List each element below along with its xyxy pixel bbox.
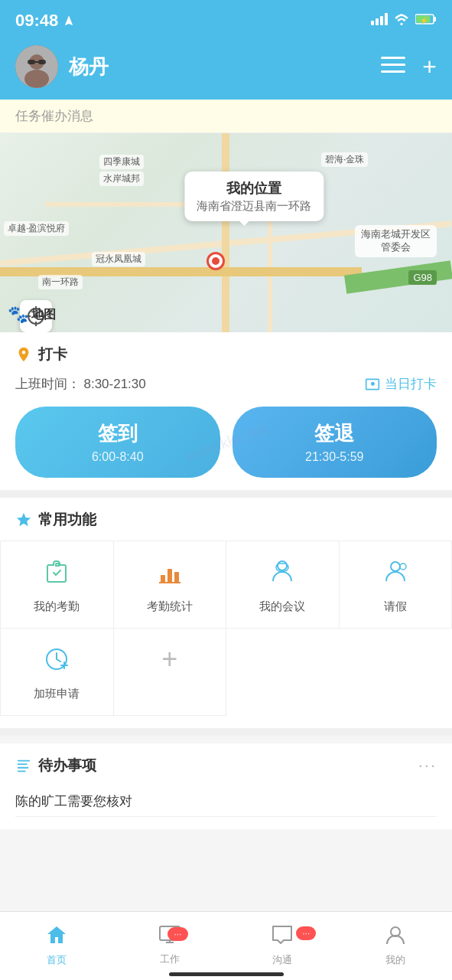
map-area[interactable]: G98 四季康城 水岸城邦 冠永凤凰城 南一环路 碧海·金珠 卓越·盈滨悦府 海… [0,133,452,332]
sign-out-button[interactable]: 签退 21:30-5:59 [233,407,437,478]
work-time: 上班时间： 8:30-21:30 [15,375,146,393]
sign-in-time: 6:00-8:40 [92,450,144,464]
baidu-logo: 🐾 地图 [8,305,56,325]
chat-badge: ··· [296,926,316,940]
features-title: 常用功能 [0,510,452,541]
home-indicator [169,972,284,976]
features-section: 常用功能 我的考勤 考勤统计 [0,498,452,728]
location-title: 我的位置 [197,179,311,198]
feature-attendance[interactable]: 我的考勤 [1,541,114,629]
work-time-label: 上班时间： [15,377,80,391]
person-meeting-icon [268,558,296,586]
add-more-icon: + [161,645,177,673]
feature-add[interactable]: + [114,629,227,716]
map-background: G98 四季康城 水岸城邦 冠永凤凰城 南一环路 碧海·金珠 卓越·盈滨悦府 海… [0,133,452,332]
star-icon [15,511,32,528]
sign-in-button[interactable]: 签到 6:00-8:40 [15,407,220,478]
status-icons: ⚡ [371,13,437,28]
svg-point-31 [391,562,400,571]
place-label-1: 四季康城 [99,155,144,169]
svg-point-4 [400,23,402,25]
home-icon [46,925,67,950]
notice-text: 任务催办消息 [15,109,93,123]
divider-1 [0,490,452,498]
svg-rect-26 [167,569,172,583]
app-header: 杨丹 + [0,41,452,100]
wifi-icon [394,13,409,28]
map-road-4 [222,133,229,332]
home-icon-svg [46,925,67,945]
svg-rect-1 [376,18,379,25]
overtime-icon [43,645,70,679]
signal-bars-icon [371,13,388,25]
feature-meeting[interactable]: 我的会议 [226,541,340,629]
menu-icon[interactable] [381,54,405,79]
features-title-text: 常用功能 [38,510,96,530]
svg-rect-2 [380,16,383,25]
person-icon-svg [385,925,405,945]
divider-2 [0,728,452,736]
svg-rect-27 [174,572,179,583]
location-pin [206,252,225,270]
svg-rect-7 [434,17,436,21]
svg-point-11 [24,70,49,88]
nav-work[interactable]: ··· 工作 [113,926,226,966]
list-icon [15,757,32,774]
notice-banner[interactable]: 任务催办消息 [0,100,452,133]
hand-icon [43,558,70,586]
nav-home-label: 首页 [47,953,67,967]
nav-mine[interactable]: 我的 [339,925,452,967]
status-time: 09:48 [15,11,75,31]
todo-more-button[interactable]: ··· [418,756,437,776]
feature-overtime[interactable]: 加班申请 [1,629,114,716]
svg-point-29 [278,561,287,570]
today-punch[interactable]: 当日打卡 [365,375,437,393]
today-punch-text: 当日打卡 [385,375,437,393]
punch-buttons: www.kkx.net 签到 6:00-8:40 签退 21:30-5:59 [15,407,437,478]
nav-home[interactable]: 首页 [0,925,113,967]
todo-item-0[interactable]: 陈的旷工需要您核对 [15,786,437,817]
add-icon[interactable]: + [422,53,437,81]
work-time-value: 8:30-21:30 [83,377,145,391]
bottom-spacer [0,829,452,906]
svg-rect-3 [385,13,388,25]
svg-rect-37 [18,763,28,765]
svg-rect-39 [18,770,26,772]
avatar[interactable] [15,45,58,88]
todo-item-text-0: 陈的旷工需要您核对 [15,794,132,808]
nav-chat[interactable]: ··· 沟通 [226,925,340,967]
feature-leave[interactable]: 请假 [340,541,453,629]
sign-in-label: 签到 [98,420,138,447]
stats-icon [156,558,184,592]
svg-rect-14 [35,61,38,63]
header-left: 杨丹 [15,45,109,88]
avatar-image [15,45,58,88]
nav-chat-label: 沟通 [272,953,292,967]
nav-work-label: 工作 [160,952,180,966]
svg-rect-17 [381,70,405,73]
features-grid: 我的考勤 考勤统计 我的会议 [0,541,452,716]
punch-section-title: 打卡 [15,345,437,364]
feature-stats[interactable]: 考勤统计 [114,541,227,629]
svg-point-32 [400,564,406,570]
svg-rect-15 [381,57,405,59]
punch-info-row: 上班时间： 8:30-21:30 当日打卡 [15,375,437,393]
pin-dot [206,252,225,270]
baidu-paw-icon: 🐾 [8,305,28,325]
sign-out-label: 签退 [314,420,354,447]
svg-rect-25 [161,575,165,583]
todo-header: 待办事项 ··· [15,756,437,776]
place-label-5: 碧海·金珠 [321,152,368,167]
work-badge: ··· [167,927,187,941]
svg-text:⚡: ⚡ [420,16,429,25]
svg-rect-36 [18,760,31,762]
leave-icon [382,558,409,592]
chat-icon [272,925,293,950]
svg-rect-13 [38,60,46,64]
location-arrow-icon [63,15,75,27]
feature-label-0: 我的考勤 [34,599,80,614]
pin-inner [212,257,219,265]
battery-icon: ⚡ [415,13,437,28]
todo-section: 待办事项 ··· 陈的旷工需要您核对 [0,743,452,829]
attendance-icon [43,558,70,592]
